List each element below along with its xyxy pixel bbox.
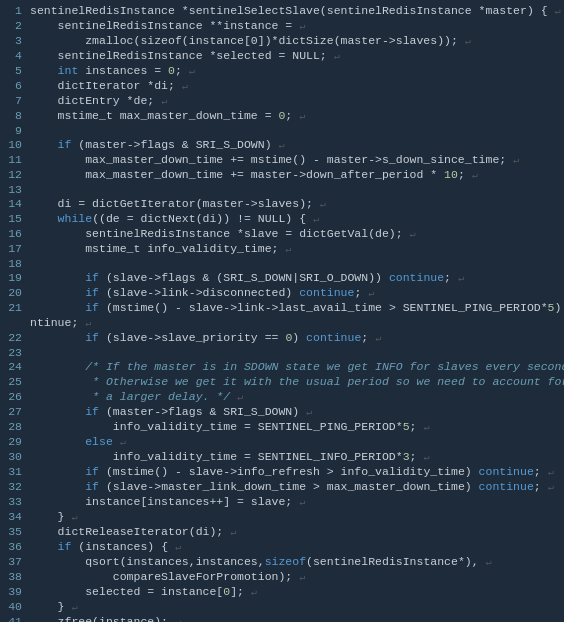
line-number: 29 — [2, 435, 30, 449]
line-number: 12 — [2, 168, 30, 182]
code-line: 1sentinelRedisInstance *sentinelSelectSl… — [0, 4, 564, 19]
code-line: 37 qsort(instances,instances,sizeof(sent… — [0, 555, 564, 570]
line-content: * Otherwise we get it with the usual per… — [30, 375, 564, 390]
code-line: 36 if (instances) { ↵ — [0, 540, 564, 555]
line-content: if (instances) { ↵ — [30, 540, 562, 555]
line-number: 28 — [2, 420, 30, 434]
line-content: instance[instances++] = slave; ↵ — [30, 495, 562, 510]
code-line: 25 * Otherwise we get it with the usual … — [0, 375, 564, 390]
line-number: 30 — [2, 450, 30, 464]
line-content: } ↵ — [30, 510, 562, 525]
line-content: if (slave->slave_priority == 0) continue… — [30, 331, 562, 346]
line-content: dictReleaseIterator(di); ↵ — [30, 525, 562, 540]
code-line: 41 zfree(instance); ↵ — [0, 615, 564, 622]
code-line: 31 if (mstime() - slave->info_refresh > … — [0, 465, 564, 480]
line-number: 38 — [2, 570, 30, 584]
code-line: 5 int instances = 0; ↵ — [0, 64, 564, 79]
line-number: 9 — [2, 124, 30, 138]
line-content: info_validity_time = SENTINEL_PING_PERIO… — [30, 420, 562, 435]
line-content: sentinelRedisInstance *sentinelSelectSla… — [30, 4, 562, 19]
line-number: 41 — [2, 615, 30, 622]
line-number: 20 — [2, 286, 30, 300]
code-line: 21 if (mstime() - slave->link->last_avai… — [0, 301, 564, 316]
line-content: if (mstime() - slave->info_refresh > inf… — [30, 465, 562, 480]
code-line: 12 max_master_down_time += master->down_… — [0, 168, 564, 183]
code-line: ntinue; ↵ — [0, 316, 564, 331]
code-line: 23 — [0, 346, 564, 360]
line-content: sentinelRedisInstance **instance = ↵ — [30, 19, 562, 34]
line-number: 33 — [2, 495, 30, 509]
line-number: 26 — [2, 390, 30, 404]
line-content: if (slave->master_link_down_time > max_m… — [30, 480, 562, 495]
line-number: 22 — [2, 331, 30, 345]
code-line: 4 sentinelRedisInstance *selected = NULL… — [0, 49, 564, 64]
line-number: 11 — [2, 153, 30, 167]
line-number: 7 — [2, 94, 30, 108]
line-number: 37 — [2, 555, 30, 569]
line-content: sentinelRedisInstance *selected = NULL; … — [30, 49, 562, 64]
line-number: 21 — [2, 301, 30, 315]
line-content: if (master->flags & SRI_S_DOWN) ↵ — [30, 138, 562, 153]
line-number: 4 — [2, 49, 30, 63]
line-number: 32 — [2, 480, 30, 494]
line-number: 1 — [2, 4, 30, 18]
line-content: ntinue; ↵ — [30, 316, 562, 331]
code-line: 33 instance[instances++] = slave; ↵ — [0, 495, 564, 510]
line-number: 24 — [2, 360, 30, 374]
line-content: if (master->flags & SRI_S_DOWN) ↵ — [30, 405, 562, 420]
line-number: 36 — [2, 540, 30, 554]
code-line: 24 /* If the master is in SDOWN state we… — [0, 360, 564, 375]
code-line: 7 dictEntry *de; ↵ — [0, 94, 564, 109]
line-number: 40 — [2, 600, 30, 614]
line-number: 17 — [2, 242, 30, 256]
code-container: 1sentinelRedisInstance *sentinelSelectSl… — [0, 0, 564, 622]
line-number: 2 — [2, 19, 30, 33]
line-content: compareSlaveForPromotion); ↵ — [30, 570, 562, 585]
line-number: 6 — [2, 79, 30, 93]
line-number: 18 — [2, 257, 30, 271]
line-content: zfree(instance); ↵ — [30, 615, 562, 622]
code-line: 34 } ↵ — [0, 510, 564, 525]
line-content: qsort(instances,instances,sizeof(sentine… — [30, 555, 562, 570]
line-number: 35 — [2, 525, 30, 539]
code-line: 39 selected = instance[0]; ↵ — [0, 585, 564, 600]
code-line: 10 if (master->flags & SRI_S_DOWN) ↵ — [0, 138, 564, 153]
line-number: 15 — [2, 212, 30, 226]
code-line: 3 zmalloc(sizeof(instance[0])*dictSize(m… — [0, 34, 564, 49]
line-content: int instances = 0; ↵ — [30, 64, 562, 79]
line-content: di = dictGetIterator(master->slaves); ↵ — [30, 197, 562, 212]
code-line: 20 if (slave->link->disconnected) contin… — [0, 286, 564, 301]
line-content: * a larger delay. */ ↵ — [30, 390, 562, 405]
code-line: 17 mstime_t info_validity_time; ↵ — [0, 242, 564, 257]
line-number: 8 — [2, 109, 30, 123]
code-line: 35 dictReleaseIterator(di); ↵ — [0, 525, 564, 540]
line-content: zmalloc(sizeof(instance[0])*dictSize(mas… — [30, 34, 562, 49]
line-content: } ↵ — [30, 600, 562, 615]
line-content: /* If the master is in SDOWN state we ge… — [30, 360, 564, 375]
line-number: 5 — [2, 64, 30, 78]
code-line: 6 dictIterator *di; ↵ — [0, 79, 564, 94]
line-content: selected = instance[0]; ↵ — [30, 585, 562, 600]
code-line: 15 while((de = dictNext(di)) != NULL) { … — [0, 212, 564, 227]
line-content: info_validity_time = SENTINEL_INFO_PERIO… — [30, 450, 562, 465]
line-number: 19 — [2, 271, 30, 285]
code-line: 18 — [0, 257, 564, 271]
line-content: else ↵ — [30, 435, 562, 450]
line-number: 14 — [2, 197, 30, 211]
code-line: 8 mstime_t max_master_down_time = 0; ↵ — [0, 109, 564, 124]
code-line: 40 } ↵ — [0, 600, 564, 615]
line-number: 23 — [2, 346, 30, 360]
line-number: 13 — [2, 183, 30, 197]
code-line: 19 if (slave->flags & (SRI_S_DOWN|SRI_O_… — [0, 271, 564, 286]
line-content: sentinelRedisInstance *slave = dictGetVa… — [30, 227, 562, 242]
code-line: 13 — [0, 183, 564, 197]
code-line: 16 sentinelRedisInstance *slave = dictGe… — [0, 227, 564, 242]
code-line: 30 info_validity_time = SENTINEL_INFO_PE… — [0, 450, 564, 465]
code-line: 38 compareSlaveForPromotion); ↵ — [0, 570, 564, 585]
line-number: 34 — [2, 510, 30, 524]
code-line: 28 info_validity_time = SENTINEL_PING_PE… — [0, 420, 564, 435]
line-content: mstime_t info_validity_time; ↵ — [30, 242, 562, 257]
line-number: 25 — [2, 375, 30, 389]
code-line: 9 — [0, 124, 564, 138]
line-number: 39 — [2, 585, 30, 599]
